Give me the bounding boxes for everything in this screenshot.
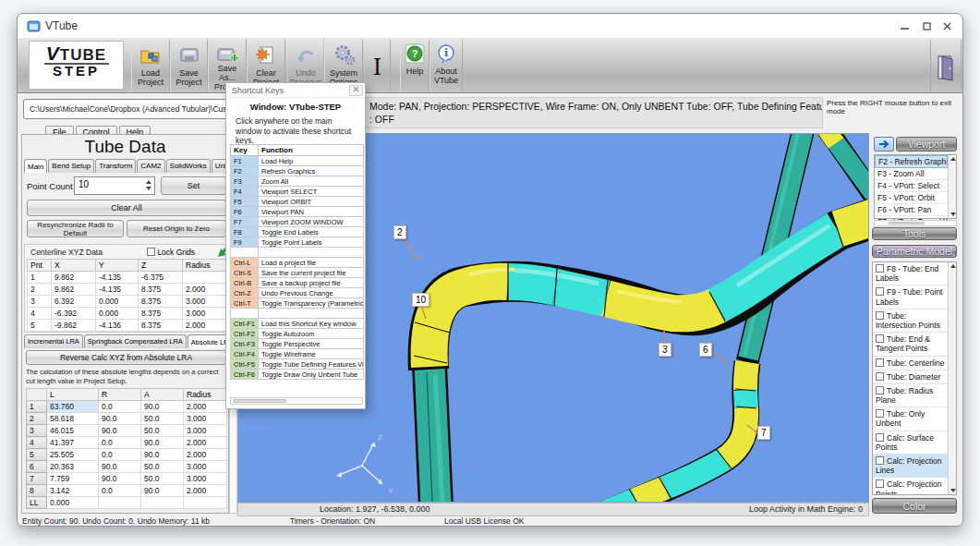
- lra-row[interactable]: 441.3970.090.02.000: [27, 437, 227, 449]
- shortcut-row[interactable]: F5Viewport ORBIT: [231, 197, 364, 207]
- reset-origin-button[interactable]: Reset Origin to Zero: [127, 220, 226, 237]
- xyz-row[interactable]: 29.862-4.1358.3752.000: [28, 284, 227, 296]
- point-count-stepper[interactable]: 10: [74, 176, 155, 195]
- checkbox-icon[interactable]: [876, 287, 884, 296]
- color-section-button[interactable]: Color: [872, 498, 957, 514]
- checkbox-icon[interactable]: [876, 456, 884, 465]
- parametric-model-section-button[interactable]: Parametric Model: [872, 245, 957, 258]
- tab[interactable]: Main: [24, 159, 47, 173]
- parametric-option[interactable]: Tube: Radius Plane: [873, 384, 948, 407]
- resync-radii-button[interactable]: Resynchronize Radii to Default: [27, 220, 124, 237]
- column-header[interactable]: Pnt: [28, 260, 52, 272]
- shortcut-row[interactable]: Ctrl-F1Load this Shortcut Key window: [231, 319, 364, 329]
- parametric-option[interactable]: F8 - Tube: End Labels: [873, 262, 948, 285]
- tab[interactable]: SolidWorks: [166, 159, 211, 173]
- viewport-command-item[interactable]: F5 - VPort: Orbit: [875, 192, 948, 204]
- viewport-command-item[interactable]: F2 - Refresh Graphics: [875, 155, 948, 168]
- about-vtube-button[interactable]: i About VTube: [430, 40, 463, 91]
- lra-row[interactable]: 620.36390.050.03.000: [27, 461, 227, 473]
- popup-hscrollbar[interactable]: [230, 397, 363, 405]
- shortcut-row[interactable]: F8Toggle End Labels: [231, 227, 364, 237]
- parametric-option[interactable]: Tube: Only Unbent: [873, 407, 948, 431]
- set-button[interactable]: Set: [161, 176, 226, 195]
- viewport-command-item[interactable]: F4 - VPort: Select: [875, 180, 948, 192]
- stepper-arrows-icon[interactable]: [146, 180, 151, 190]
- parametric-option[interactable]: Calc: Projection Points: [873, 478, 948, 495]
- load-project-button[interactable]: Load Project: [131, 40, 170, 91]
- shortcut-row[interactable]: Ctrl-TToggle Transparency (Parametric Tu…: [231, 298, 364, 309]
- text-cursor-tool[interactable]: I: [365, 40, 391, 91]
- tab[interactable]: Transform: [95, 159, 136, 173]
- shortcut-row[interactable]: Ctrl-F5Toggle Tube Defining Features Vis…: [231, 359, 364, 370]
- parametric-option[interactable]: Calc: Surface Points: [873, 431, 948, 455]
- xyz-row[interactable]: 5-9.862-4.1368.3752.000: [28, 320, 227, 332]
- parametric-option[interactable]: Tube: Diameter: [873, 370, 948, 384]
- lra-tab[interactable]: Incremental LRA: [24, 334, 83, 348]
- vp-list-hscrollbar[interactable]: [874, 220, 957, 226]
- shortcut-row[interactable]: Ctrl-LLoad a project file: [231, 258, 364, 268]
- lra-row[interactable]: 77.75990.050.03.000: [27, 473, 227, 485]
- point-label-10[interactable]: 10: [412, 293, 430, 307]
- xyz-row[interactable]: 4-6.3920.0008.3753.000: [28, 308, 227, 320]
- column-header[interactable]: R: [99, 389, 141, 401]
- help-button[interactable]: ? Help: [400, 40, 430, 91]
- shortcut-row[interactable]: Ctrl-ZUndo Previous Change: [231, 288, 364, 298]
- checkbox-icon[interactable]: [876, 386, 884, 394]
- shortcut-row[interactable]: F6Viewport PAN: [231, 207, 364, 217]
- column-header[interactable]: L: [47, 389, 99, 401]
- exit-button[interactable]: [930, 40, 962, 91]
- parametric-option[interactable]: Tube: Centerline: [873, 357, 948, 370]
- tab[interactable]: Bend Setup: [48, 159, 94, 173]
- column-header[interactable]: Radius: [183, 260, 227, 272]
- vp-list-scrollbar[interactable]: [948, 155, 956, 218]
- checkbox-icon[interactable]: [876, 409, 884, 418]
- checkbox-icon[interactable]: [876, 311, 884, 320]
- lra-row[interactable]: LL0.000: [27, 497, 227, 509]
- lra-row[interactable]: 163.7600.090.02.000: [27, 401, 227, 413]
- lock-grids-checkbox[interactable]: Lock Grids: [147, 248, 195, 257]
- checkbox-icon[interactable]: [876, 264, 884, 273]
- checkbox-icon[interactable]: [876, 479, 884, 488]
- popup-title-bar[interactable]: Shortcut Keys: [226, 83, 365, 98]
- param-list-scrollbar[interactable]: [948, 262, 956, 494]
- lra-row[interactable]: 525.5050.090.02.000: [27, 449, 227, 461]
- tools-section-button[interactable]: Tools: [872, 227, 957, 240]
- checkbox-icon[interactable]: [876, 334, 884, 343]
- shortcut-row[interactable]: Ctrl-BSave a backup project file: [231, 278, 364, 288]
- parametric-option[interactable]: Tube: End & Tangent Points: [873, 333, 948, 356]
- xyz-row[interactable]: 19.862-4.135-6.375: [28, 272, 227, 284]
- popup-close-button[interactable]: [349, 85, 363, 96]
- save-project-button[interactable]: Save Project: [170, 40, 208, 91]
- column-header[interactable]: Radius: [184, 389, 227, 401]
- reverse-calc-button[interactable]: Reverse Calc XYZ from Absolute LRA: [26, 350, 226, 365]
- viewport-command-item[interactable]: F3 - Zoom All: [875, 168, 948, 180]
- shortcut-row[interactable]: F4Viewport SELECT: [231, 187, 364, 197]
- expand-panel-button[interactable]: [874, 137, 894, 152]
- shortcut-row[interactable]: Ctrl-F4Toggle Wireframe: [231, 349, 364, 359]
- shortcut-row[interactable]: F3Zoom All: [231, 176, 364, 187]
- shortcut-row[interactable]: Ctrl-F6Toggle Draw Only Unbent Tube: [231, 370, 364, 380]
- clear-all-button[interactable]: Clear All: [27, 200, 226, 216]
- shortcut-row[interactable]: F9Toggle Point Labels: [231, 237, 364, 248]
- maximize-button[interactable]: [916, 18, 937, 33]
- parametric-option[interactable]: Calc: Projection Lines: [873, 455, 948, 478]
- shortcut-row[interactable]: F1Load Help: [231, 156, 364, 166]
- column-header[interactable]: A: [141, 389, 184, 401]
- column-header[interactable]: X: [52, 260, 96, 272]
- lra-row[interactable]: 346.01590.050.03.000: [27, 425, 227, 437]
- checkbox-icon[interactable]: [876, 372, 884, 381]
- point-label-3[interactable]: 3: [659, 343, 671, 357]
- checkbox-icon[interactable]: [876, 358, 884, 367]
- point-label-7[interactable]: 7: [757, 426, 770, 440]
- viewport-section-button[interactable]: Viewport: [896, 137, 957, 152]
- tab[interactable]: CAM2: [137, 159, 164, 173]
- point-label-2[interactable]: 2: [393, 225, 406, 239]
- lra-row[interactable]: 258.61890.050.03.000: [27, 413, 227, 425]
- lra-row[interactable]: 83.1420.090.02.000: [27, 485, 227, 497]
- point-label-6[interactable]: 6: [699, 343, 712, 357]
- parametric-option[interactable]: F9 - Tube: Point Labels: [873, 285, 948, 309]
- close-button[interactable]: [937, 18, 957, 33]
- checkbox-icon[interactable]: [876, 433, 884, 442]
- shortcut-row[interactable]: Ctrl-F3Toggle Perspective: [231, 339, 364, 349]
- xyz-row[interactable]: 36.3920.0008.3753.000: [28, 296, 227, 308]
